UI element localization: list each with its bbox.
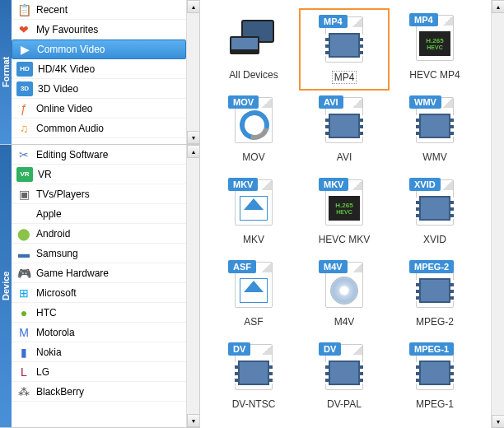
device-tab[interactable]: Device: [0, 145, 12, 427]
format-item-hevc-mkv[interactable]: MKVH.265HEVCHEVC MKV: [299, 173, 390, 255]
format-tab[interactable]: Format: [0, 0, 12, 144]
format-grid: All DevicesMP4MP4MP4H.265HEVCHEVC MP4MOV…: [200, 0, 491, 428]
lg-icon: L: [16, 365, 31, 379]
format-item-label: ASF: [244, 316, 263, 328]
format-thumb-icon: M4V: [319, 258, 370, 311]
sidebar-item-samsung[interactable]: ▬Samsung: [12, 244, 186, 263]
game-hardware-icon: 🎮: [16, 266, 31, 281]
format-list: 📋Recent❤My Favourites▶Common VideoHDHD/4…: [12, 0, 186, 144]
device-scrollbar[interactable]: ▴ ▾: [186, 145, 199, 427]
format-thumb-icon: MP4H.265HEVC: [409, 12, 460, 64]
format-thumb-icon: MP4: [319, 13, 370, 66]
htc-icon: ●: [16, 305, 31, 320]
sidebar-item-my-favourites[interactable]: ❤My Favourites: [12, 20, 186, 40]
sidebar-item-android[interactable]: ⬤Android: [12, 224, 186, 244]
format-item-m4v[interactable]: M4VM4V: [299, 255, 390, 337]
sidebar-item-online-video[interactable]: ƒOnline Video: [12, 99, 186, 119]
sidebar-item-label: Recent: [36, 4, 186, 16]
format-item-label: All Devices: [229, 69, 278, 81]
format-item-label: DV-PAL: [327, 398, 362, 410]
scroll-up-button[interactable]: ▴: [187, 145, 200, 158]
scroll-track[interactable]: [492, 13, 504, 415]
format-item-hevc-mp4[interactable]: MP4H.265HEVCHEVC MP4: [390, 8, 480, 91]
sidebar-item-label: Android: [36, 228, 186, 240]
sidebar-item-lg[interactable]: LLG: [12, 362, 186, 382]
sidebar-item-blackberry[interactable]: ⁂BlackBerry: [12, 382, 186, 402]
format-thumb-icon: WMV: [409, 94, 460, 147]
sidebar-item-tvs-players[interactable]: ▣TVs/Players: [12, 184, 186, 204]
format-item-asf[interactable]: ASFASF: [208, 255, 299, 337]
nokia-icon: ▮: [16, 345, 31, 360]
android-icon: ⬤: [16, 226, 31, 241]
format-item-label: HEVC MKV: [319, 234, 371, 245]
app-container: Format 📋Recent❤My Favourites▶Common Vide…: [0, 0, 504, 428]
content-pane: All DevicesMP4MP4MP4H.265HEVCHEVC MP4MOV…: [199, 0, 504, 428]
scroll-up-button[interactable]: ▴: [492, 0, 504, 13]
samsung-icon: ▬: [16, 246, 31, 261]
format-thumb-icon: MKV: [228, 176, 279, 229]
sidebar-item-3d-video[interactable]: 3D3D Video: [12, 79, 186, 99]
format-item-wmv[interactable]: WMVWMV: [390, 91, 480, 173]
sidebar-item-label: TVs/Players: [36, 188, 186, 200]
sidebar-item-microsoft[interactable]: ⊞Microsoft: [12, 283, 186, 303]
sidebar-item-label: HTC: [36, 307, 186, 319]
sidebar-item-label: Online Video: [36, 103, 186, 114]
format-thumb-icon: DV: [319, 341, 370, 393]
format-item-mp4[interactable]: MP4MP4: [299, 8, 390, 91]
scroll-down-button[interactable]: ▾: [187, 131, 200, 144]
scroll-track[interactable]: [187, 13, 199, 131]
sidebar-item-vr[interactable]: VRVR: [12, 165, 186, 184]
sidebar-item-label: Common Video: [37, 44, 185, 55]
format-thumb-icon: ASF: [228, 258, 279, 311]
sidebar-item-editing-software[interactable]: ✂Editing Software: [12, 145, 186, 165]
scroll-up-button[interactable]: ▴: [187, 0, 200, 13]
format-item-label: MP4: [332, 71, 357, 84]
sidebar-item-nokia[interactable]: ▮Nokia: [12, 342, 186, 362]
format-item-avi[interactable]: AVIAVI: [299, 91, 390, 173]
format-item-label: MPEG-2: [416, 316, 454, 328]
format-item-label: M4V: [334, 316, 355, 328]
scroll-down-button[interactable]: ▾: [492, 415, 504, 428]
format-thumb-icon: MKVH.265HEVC: [319, 176, 370, 229]
scroll-down-button[interactable]: ▾: [187, 414, 200, 427]
motorola-icon: M: [16, 325, 31, 340]
format-item-mov[interactable]: MOVMOV: [208, 91, 299, 173]
sidebar-item-recent[interactable]: 📋Recent: [12, 0, 186, 20]
format-scrollbar[interactable]: ▴ ▾: [186, 0, 199, 144]
format-item-dv-ntsc[interactable]: DVDV-NTSC: [208, 337, 299, 420]
format-item-all-devices[interactable]: All Devices: [208, 8, 299, 91]
sidebar-item-hd-4k-video[interactable]: HDHD/4K Video: [12, 59, 186, 79]
format-item-xvid[interactable]: XVIDXVID: [390, 173, 480, 255]
format-thumb-icon: [228, 12, 279, 64]
format-item-mpeg-1[interactable]: MPEG-1MPEG-1: [390, 337, 480, 420]
format-item-label: MKV: [243, 234, 264, 245]
sidebar-item-label: Editing Software: [36, 149, 186, 160]
format-item-label: MOV: [242, 151, 264, 163]
format-item-mpeg-2[interactable]: MPEG-2MPEG-2: [390, 255, 480, 337]
sidebar-item-label: 3D Video: [38, 83, 186, 95]
sidebar-item-label: Motorola: [36, 327, 186, 338]
sidebar-item-label: Nokia: [36, 347, 186, 358]
format-item-mkv[interactable]: MKVMKV: [208, 173, 299, 255]
format-item-dv-pal[interactable]: DVDV-PAL: [299, 337, 390, 420]
format-thumb-icon: AVI: [319, 94, 370, 147]
sidebar-item-label: HD/4K Video: [38, 63, 186, 75]
sidebar-item-apple[interactable]: Apple: [12, 204, 186, 224]
sidebar-item-game-hardware[interactable]: 🎮Game Hardware: [12, 263, 186, 283]
sidebar-item-motorola[interactable]: MMotorola: [12, 323, 186, 342]
format-item-label: WMV: [422, 151, 446, 163]
sidebar-item-common-video[interactable]: ▶Common Video: [12, 40, 186, 59]
format-item-label: MPEG-1: [416, 398, 454, 410]
blackberry-icon: ⁂: [16, 384, 31, 399]
sidebar-item-label: LG: [36, 366, 186, 378]
format-section: Format 📋Recent❤My Favourites▶Common Vide…: [0, 0, 199, 145]
common-audio-icon: ♫: [16, 121, 31, 136]
sidebar-item-label: Microsoft: [36, 287, 186, 299]
sidebar-item-htc[interactable]: ●HTC: [12, 303, 186, 323]
sidebar-item-common-audio[interactable]: ♫Common Audio: [12, 119, 186, 138]
format-item-label: XVID: [423, 234, 446, 245]
sidebar-item-label: Apple: [36, 208, 186, 220]
hd-4k-video-icon: HD: [16, 62, 33, 77]
scroll-track[interactable]: [187, 158, 199, 414]
content-scrollbar[interactable]: ▴ ▾: [491, 0, 504, 428]
